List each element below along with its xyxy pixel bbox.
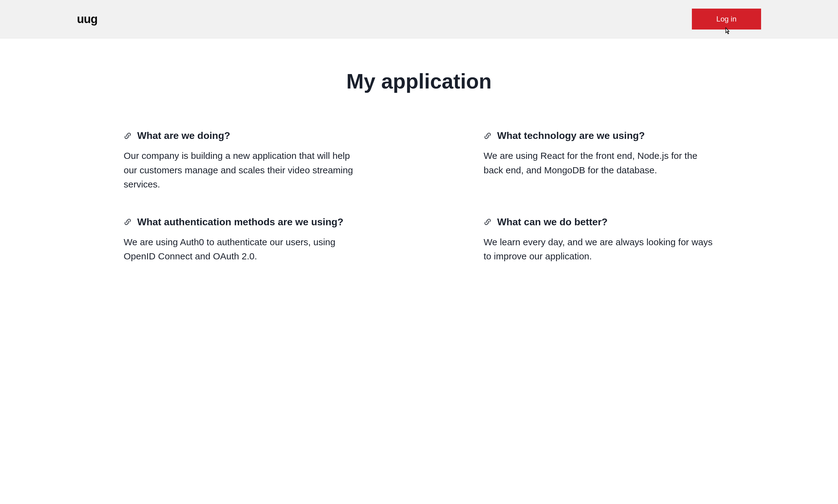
link-icon[interactable]	[484, 218, 492, 226]
logo-text: uug	[77, 13, 98, 26]
section-header: What are we doing?	[124, 130, 354, 141]
section-title: What can we do better?	[497, 216, 608, 228]
section-body: Our company is building a new applicatio…	[124, 149, 354, 192]
section-header: What can we do better?	[484, 216, 714, 228]
section-header: What technology are we using?	[484, 130, 714, 141]
page-header: uug Log in	[0, 0, 838, 38]
link-icon[interactable]	[124, 132, 132, 140]
section-title: What are we doing?	[137, 130, 230, 141]
section-header: What authentication methods are we using…	[124, 216, 354, 228]
logo[interactable]: uug	[77, 13, 98, 26]
section-body: We learn every day, and we are always lo…	[484, 235, 714, 264]
link-icon[interactable]	[124, 218, 132, 226]
page-title: My application	[105, 69, 733, 93]
section-title: What authentication methods are we using…	[137, 216, 343, 228]
section-body: We are using React for the front end, No…	[484, 149, 714, 177]
login-button[interactable]: Log in	[692, 8, 761, 30]
section-authentication: What authentication methods are we using…	[124, 216, 354, 264]
section-what-doing: What are we doing? Our company is buildi…	[124, 130, 354, 192]
section-better: What can we do better? We learn every da…	[484, 216, 714, 264]
section-body: We are using Auth0 to authenticate our u…	[124, 235, 354, 264]
section-technology: What technology are we using? We are usi…	[484, 130, 714, 192]
sections-grid: What are we doing? Our company is buildi…	[105, 130, 733, 264]
link-icon[interactable]	[484, 132, 492, 140]
section-title: What technology are we using?	[497, 130, 645, 141]
main-content: My application What are we doing? Our co…	[87, 38, 751, 294]
